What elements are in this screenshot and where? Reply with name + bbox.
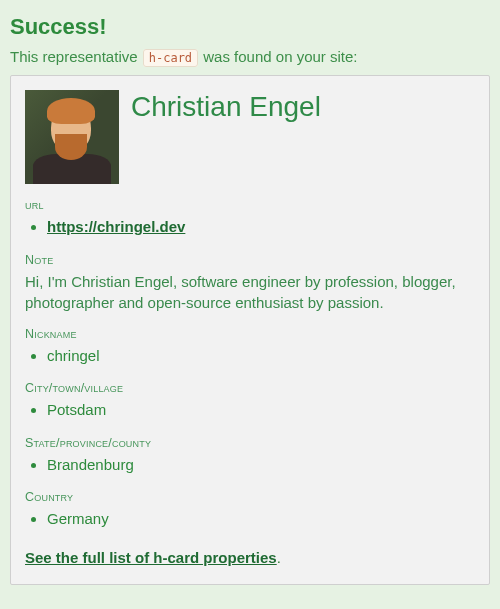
list-item: Brandenburg <box>47 454 475 477</box>
full-properties-line: See the full list of h-card properties. <box>25 549 475 566</box>
intro-text: This representative h-card was found on … <box>10 48 490 65</box>
url-label: url <box>25 198 475 212</box>
hcard-code-badge: h-card <box>143 49 198 67</box>
city-list: Potsdam <box>25 399 475 422</box>
list-item: https://chringel.dev <box>47 216 475 239</box>
state-value: Brandenburg <box>47 456 134 473</box>
avatar <box>25 90 119 184</box>
intro-prefix: This representative <box>10 48 142 65</box>
nickname-list: chringel <box>25 345 475 368</box>
state-list: Brandenburg <box>25 454 475 477</box>
list-item: Potsdam <box>47 399 475 422</box>
list-item: Germany <box>47 508 475 531</box>
person-name: Christian Engel <box>131 90 321 124</box>
city-label: City/town/village <box>25 381 475 395</box>
url-list: https://chringel.dev <box>25 216 475 239</box>
period: . <box>277 549 281 566</box>
country-list: Germany <box>25 508 475 531</box>
intro-suffix: was found on your site: <box>199 48 357 65</box>
url-link[interactable]: https://chringel.dev <box>47 218 185 235</box>
full-properties-link[interactable]: See the full list of h-card properties <box>25 549 277 566</box>
note-text: Hi, I'm Christian Engel, software engine… <box>25 271 475 313</box>
city-value: Potsdam <box>47 401 106 418</box>
nickname-value: chringel <box>47 347 100 364</box>
list-item: chringel <box>47 345 475 368</box>
state-label: State/province/county <box>25 436 475 450</box>
nickname-label: Nickname <box>25 327 475 341</box>
hcard-panel: Christian Engel url https://chringel.dev… <box>10 75 490 585</box>
country-label: Country <box>25 490 475 504</box>
country-value: Germany <box>47 510 109 527</box>
note-label: Note <box>25 253 475 267</box>
success-heading: Success! <box>10 14 490 40</box>
card-header: Christian Engel <box>25 90 475 184</box>
